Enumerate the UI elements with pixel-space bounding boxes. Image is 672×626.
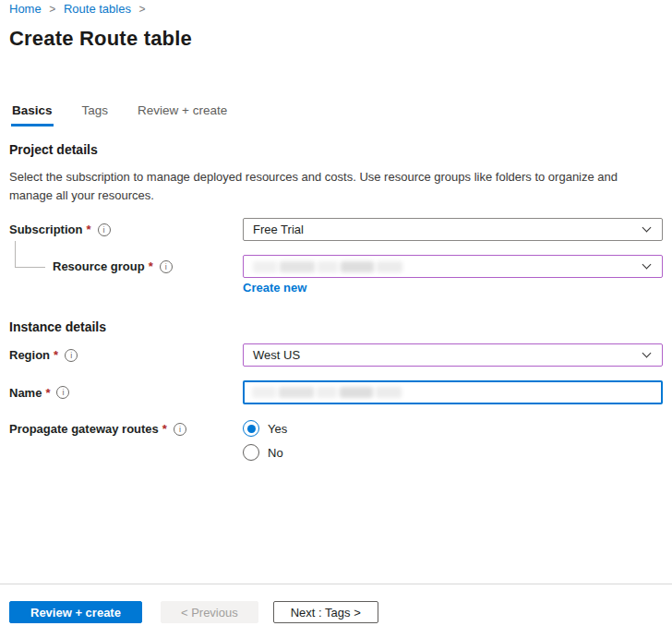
- subscription-label-text: Subscription: [9, 223, 82, 236]
- radio-option-no[interactable]: No: [243, 444, 663, 461]
- redacted-value: [252, 387, 402, 398]
- info-icon[interactable]: i: [174, 423, 186, 436]
- region-row: Region * i West US: [9, 343, 663, 367]
- region-dropdown[interactable]: West US: [243, 343, 663, 367]
- info-icon[interactable]: i: [65, 349, 78, 362]
- review-create-button[interactable]: Review + create: [9, 601, 142, 623]
- required-asterisk: *: [162, 422, 167, 436]
- name-label: Name * i: [9, 386, 243, 400]
- project-details-heading: Project details: [9, 142, 98, 157]
- region-dropdown-value: West US: [253, 348, 300, 362]
- radio-unselected-icon: [243, 444, 259, 461]
- project-details-description: Select the subscription to manage deploy…: [9, 168, 657, 205]
- tab-bar: Basics Tags Review + create: [11, 103, 228, 126]
- breadcrumb: Home > Route tables >: [9, 2, 150, 16]
- resource-group-dropdown[interactable]: [243, 255, 663, 278]
- propagate-label-text: Propagate gateway routes: [9, 422, 159, 436]
- breadcrumb-separator-icon: >: [49, 3, 55, 16]
- instance-details-heading: Instance details: [9, 319, 106, 334]
- tab-review-create[interactable]: Review + create: [137, 103, 228, 126]
- redacted-value: [253, 261, 402, 272]
- next-tags-button[interactable]: Next : Tags >: [273, 601, 378, 623]
- region-label-text: Region: [9, 348, 50, 362]
- name-input[interactable]: [243, 380, 663, 404]
- chevron-down-icon: [642, 259, 652, 269]
- tab-tags[interactable]: Tags: [81, 103, 110, 126]
- required-asterisk: *: [149, 259, 153, 273]
- required-asterisk: *: [86, 223, 90, 236]
- subscription-dropdown[interactable]: Free Trial: [243, 218, 663, 241]
- name-label-text: Name: [9, 386, 42, 400]
- breadcrumb-link-home[interactable]: Home: [9, 2, 42, 16]
- propagate-gateway-routes-row: Propagate gateway routes * i Yes No: [9, 420, 663, 461]
- radio-option-no-label: No: [268, 446, 283, 460]
- radio-option-yes-label: Yes: [268, 422, 287, 436]
- subscription-label: Subscription * i: [9, 223, 243, 236]
- chevron-down-icon: [642, 223, 652, 232]
- subscription-dropdown-value: Free Trial: [253, 223, 304, 236]
- propagate-radio-group: Yes No: [243, 420, 663, 461]
- tab-basics[interactable]: Basics: [11, 103, 54, 126]
- create-new-link[interactable]: Create new: [243, 281, 306, 295]
- footer-action-bar: Review + create < Previous Next : Tags >: [0, 584, 672, 626]
- info-icon[interactable]: i: [160, 260, 173, 273]
- breadcrumb-separator-icon: >: [139, 3, 146, 16]
- propagate-gateway-routes-label: Propagate gateway routes * i: [9, 420, 243, 436]
- previous-button[interactable]: < Previous: [161, 601, 258, 623]
- resource-group-label-text: Resource group: [53, 259, 145, 273]
- required-asterisk: *: [54, 348, 58, 362]
- required-asterisk: *: [45, 386, 50, 400]
- resource-group-row: Resource group * i: [9, 255, 663, 278]
- page-title: Create Route table: [9, 27, 192, 51]
- info-icon[interactable]: i: [98, 223, 111, 236]
- subscription-row: Subscription * i Free Trial: [9, 218, 663, 241]
- region-label: Region * i: [9, 348, 243, 362]
- info-icon[interactable]: i: [56, 386, 69, 399]
- radio-selected-icon: [243, 420, 259, 437]
- chevron-down-icon: [642, 348, 652, 357]
- breadcrumb-link-route-tables[interactable]: Route tables: [64, 2, 131, 16]
- resource-group-label: Resource group * i: [9, 259, 243, 273]
- name-row: Name * i: [9, 380, 663, 404]
- radio-option-yes[interactable]: Yes: [243, 420, 663, 437]
